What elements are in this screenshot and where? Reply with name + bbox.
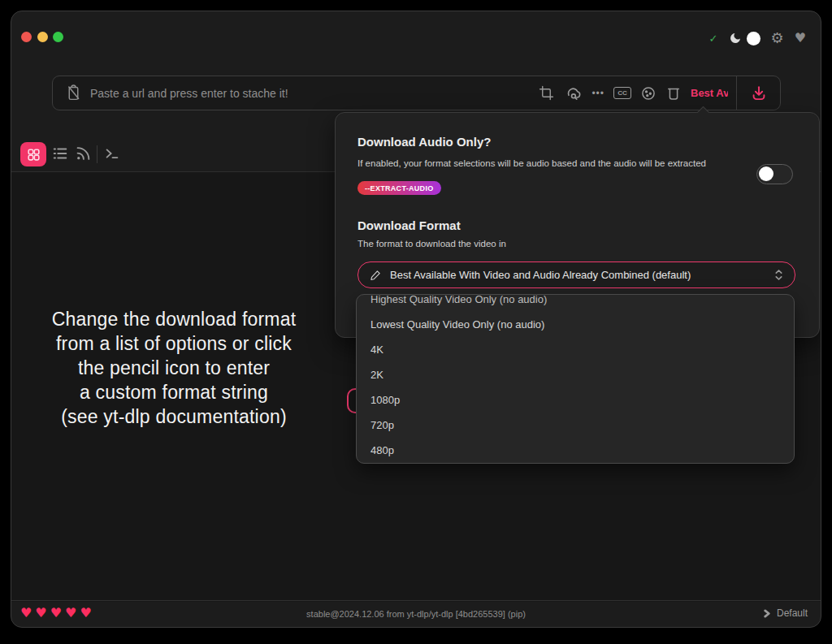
terminal-button[interactable] [103, 145, 121, 162]
annotation-line: from a list of options or click [24, 331, 324, 356]
theme-toggle[interactable] [729, 32, 760, 45]
annotation-line: a custom format string [24, 380, 324, 404]
audio-only-toggle[interactable] [756, 164, 793, 184]
download-format-title: Download Format [358, 218, 461, 232]
url-bar-actions: ••• CC Best Av [539, 76, 728, 110]
select-chevrons-icon [774, 268, 783, 282]
theme-toggle-knob [747, 32, 760, 45]
toolbar-divider [97, 145, 98, 163]
close-button[interactable] [21, 32, 32, 42]
titlebar-actions: ✓ ⚙ ♥ [709, 31, 806, 45]
format-option[interactable]: 480p [357, 438, 794, 463]
cloud-search-icon[interactable] [563, 84, 583, 102]
zoom-button[interactable] [53, 32, 63, 42]
url-input[interactable] [90, 77, 399, 109]
format-select-value: Best Available With Video and Audio Alre… [390, 269, 766, 281]
list-icon [51, 145, 69, 162]
audio-only-title: Download Audio Only? [358, 135, 491, 149]
subtitles-cc-icon[interactable]: CC [613, 87, 631, 99]
rss-icon [74, 145, 92, 162]
update-ok-icon: ✓ [709, 33, 718, 44]
heart-icon: ♥ [80, 607, 91, 620]
donate-heart-icon[interactable]: ♥ [795, 32, 806, 45]
download-icon [750, 84, 768, 102]
annotation-line: the pencil icon to enter [24, 356, 324, 380]
view-list-button[interactable] [51, 145, 69, 162]
annotation-line: Change the download format [24, 307, 324, 331]
settings-gear-icon[interactable]: ⚙ [771, 31, 784, 45]
terminal-icon [103, 145, 121, 162]
ytdlp-version-text: stable@2024.12.06 from yt-dlp/yt-dlp [4b… [306, 609, 526, 619]
subscriptions-rss-button[interactable] [74, 145, 92, 162]
desktop-background: ✓ ⚙ ♥ [0, 0, 832, 644]
more-options-icon[interactable]: ••• [592, 88, 604, 99]
pencil-icon[interactable] [370, 269, 382, 281]
audio-only-description: If enabled, your format selections will … [358, 158, 706, 168]
app-window: ✓ ⚙ ♥ [11, 11, 821, 628]
view-grid-button[interactable] [20, 142, 46, 166]
status-bar: ♥ ♥ ♥ ♥ ♥ stable@2024.12.06 from yt-dlp/… [11, 600, 821, 627]
profile-selector[interactable]: Default [763, 607, 808, 619]
format-option[interactable]: 4K [357, 337, 794, 362]
url-bar: ••• CC Best Av [52, 76, 781, 110]
heart-icon: ♥ [50, 607, 62, 620]
download-format-description: The format to download the video in [358, 239, 506, 249]
minimize-button[interactable] [37, 32, 48, 42]
paste-clipboard-icon [65, 84, 82, 102]
rating-hearts[interactable]: ♥ ♥ ♥ ♥ ♥ [20, 607, 92, 620]
format-option[interactable]: Highest Quality Video Only (no audio) [357, 294, 794, 312]
format-option[interactable]: 1080p [357, 387, 794, 413]
crop-icon[interactable] [539, 85, 554, 101]
instruction-annotation: Change the download format from a list o… [24, 307, 324, 429]
toggle-thumb [759, 166, 774, 181]
archive-bin-icon[interactable] [665, 85, 682, 102]
format-quick-button[interactable]: Best Av [691, 87, 728, 99]
cookie-icon[interactable] [640, 85, 656, 102]
profile-label: Default [777, 607, 808, 619]
format-option[interactable]: 720p [357, 413, 794, 438]
moon-icon [729, 32, 742, 45]
download-button[interactable] [736, 76, 780, 110]
format-option[interactable]: 2K [357, 362, 794, 387]
grid-icon [26, 147, 41, 162]
chevron-right-icon [763, 609, 771, 618]
heart-icon: ♥ [65, 607, 76, 620]
extract-audio-badge: --EXTRACT-AUDIO [358, 181, 441, 195]
heart-icon: ♥ [20, 607, 32, 620]
format-select[interactable]: Best Available With Video and Audio Alre… [358, 261, 795, 288]
annotation-line: (see yt-dlp documentation) [24, 404, 324, 429]
format-option[interactable]: Lowest Quality Video Only (no audio) [357, 312, 794, 337]
heart-icon: ♥ [35, 607, 46, 620]
format-options-dropdown: Highest Quality Video Only (no audio) Lo… [356, 294, 795, 464]
